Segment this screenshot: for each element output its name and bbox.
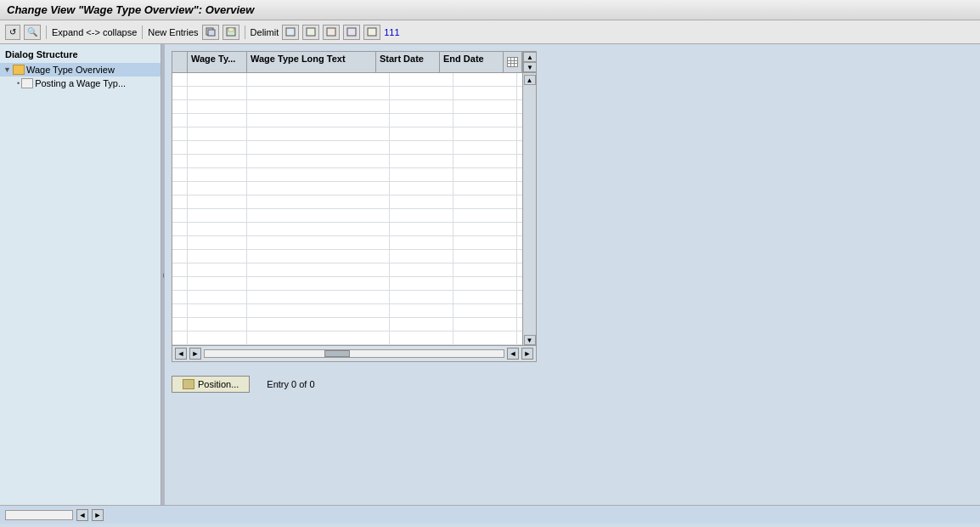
cell-end [453,304,517,318]
status-scroll[interactable] [5,510,73,520]
vscroll-up[interactable]: ▲ [524,75,536,85]
cell-sel [172,223,188,236]
col-header-wagety[interactable]: Wage Ty... [188,52,247,72]
nav-scroll-right[interactable]: ► [521,348,533,360]
toolbar: ↺ 🔍 Expand <-> collapse New Entries Deli… [0,20,980,44]
table-row[interactable] [172,264,536,277]
expand-collapse-label[interactable]: Expand <-> collapse [52,27,137,37]
cell-sel [172,277,188,291]
table-row[interactable] [172,209,536,223]
vertical-scrollbar[interactable]: ▲ ▼ [522,73,536,345]
cell-wagety [188,250,247,264]
delimit-label[interactable]: Delimit [251,27,279,37]
cell-wagelong [247,168,390,182]
cell-wagety [188,291,247,304]
table-row[interactable] [172,155,536,168]
table-row[interactable] [172,250,536,264]
col-header-wagelong[interactable]: Wage Type Long Text [247,52,376,72]
cell-start [390,223,453,236]
cell-wagety [188,209,247,223]
table-row[interactable] [172,304,536,318]
col-header-icon[interactable] [504,52,522,72]
cell-start [390,182,453,196]
table-row[interactable] [172,291,536,304]
cell-wagety [188,332,247,345]
table-row[interactable] [172,87,536,100]
col-header-start[interactable]: Start Date [376,52,440,72]
nav-right-btn[interactable]: ► [189,348,201,360]
table-row[interactable] [172,114,536,128]
cell-wagelong [247,264,390,277]
table-row[interactable] [172,196,536,209]
folder-icon-closed [21,78,33,88]
sidebar-item-posting[interactable]: • Posting a Wage Typ... [0,76,161,90]
cell-end [453,332,517,345]
status-nav-right[interactable]: ► [92,509,104,521]
cell-sel [172,182,188,196]
toolbar-btn-back[interactable]: ↺ [5,25,20,40]
table-row[interactable] [172,277,536,291]
cell-wagelong [247,304,390,318]
cell-start [390,277,453,291]
table-nav: ◄ ► ◄ ► [172,345,536,361]
cell-wagety [188,318,247,332]
title-bar: Change View "Wage Type Overview": Overvi… [0,0,980,20]
cell-wagelong [247,318,390,332]
dialog-structure-sidebar: Dialog Structure ▼ Wage Type Overview • … [0,44,161,505]
col-header-end[interactable]: End Date [440,52,504,72]
cell-wagelong [247,277,390,291]
toolbar-btn-t5[interactable] [363,25,380,40]
toolbar-btn-search[interactable]: 🔍 [24,25,41,40]
scroll-up-btn[interactable]: ▲ [523,52,537,62]
sidebar-item-wage-type-overview[interactable]: ▼ Wage Type Overview [0,63,161,76]
cell-end [453,155,517,168]
cell-start [390,332,453,345]
table-row[interactable] [172,73,536,87]
cell-end [453,264,517,277]
cell-sel [172,114,188,128]
table-row[interactable] [172,168,536,182]
data-table: Wage Ty... Wage Type Long Text Start Dat… [172,51,537,362]
cell-wagelong [247,196,390,209]
col-header-sel [172,52,188,72]
cell-start [390,100,453,114]
cell-sel [172,196,188,209]
table-row[interactable] [172,236,536,250]
table-row[interactable] [172,141,536,155]
cell-end [453,291,517,304]
separator-1 [46,26,47,39]
table-row[interactable] [172,332,536,345]
vscroll-down[interactable]: ▼ [524,335,536,345]
table-row[interactable] [172,100,536,114]
cell-wagety [188,114,247,128]
position-label: Position... [198,379,239,389]
cell-start [390,155,453,168]
table-row[interactable] [172,128,536,141]
bottom-panel: Position... Entry 0 of 0 [172,376,973,393]
cell-sel [172,141,188,155]
toolbar-btn-t1[interactable] [282,25,299,40]
cell-wagelong [247,73,390,87]
cell-start [390,209,453,223]
cell-end [453,114,517,128]
horizontal-scrollbar[interactable] [204,349,504,358]
cell-sel [172,87,188,100]
nav-left-btn[interactable]: ◄ [175,348,187,360]
position-button[interactable]: Position... [172,376,250,393]
cell-wagelong [247,291,390,304]
table-row[interactable] [172,182,536,196]
toolbar-btn-t4[interactable] [343,25,360,40]
table-row[interactable] [172,223,536,236]
table-row[interactable] [172,318,536,332]
entry-count: Entry 0 of 0 [267,379,314,389]
cell-wagety [188,223,247,236]
toolbar-btn-t2[interactable] [302,25,319,40]
new-entries-label[interactable]: New Entries [148,27,198,37]
nav-scroll-left[interactable]: ◄ [507,348,519,360]
cell-wagety [188,304,247,318]
toolbar-btn-save[interactable] [222,25,239,40]
toolbar-btn-t3[interactable] [323,25,340,40]
status-nav-left[interactable]: ◄ [76,509,88,521]
toolbar-btn-copy1[interactable] [202,25,219,40]
scroll-down-btn[interactable]: ▼ [523,62,537,72]
